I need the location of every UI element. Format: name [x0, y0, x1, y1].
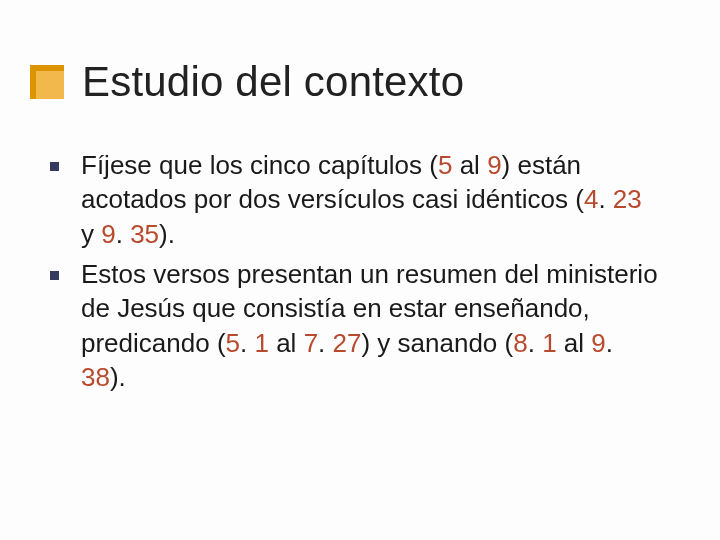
number-run: 9 [101, 219, 115, 249]
bullet-icon [50, 271, 59, 280]
list-item: Estos versos presentan un resumen del mi… [50, 257, 660, 394]
text-run: al [564, 328, 591, 358]
bullet-text: Estos versos presentan un resumen del mi… [81, 257, 660, 394]
number-run: 1 [542, 328, 564, 358]
number-run: 8 [513, 328, 527, 358]
number-run: 7 [304, 328, 318, 358]
bullet-text: Fíjese que los cinco capítulos (5 al 9) … [81, 148, 660, 251]
text-run: . [598, 184, 612, 214]
number-run: 23 [613, 184, 642, 214]
number-run: 5 [226, 328, 240, 358]
text-run: ). [159, 219, 175, 249]
number-run: 1 [254, 328, 276, 358]
text-run: y [81, 219, 101, 249]
bullet-icon [50, 162, 59, 171]
number-run: 9 [591, 328, 605, 358]
accent-square-icon [30, 65, 64, 99]
text-run: . [318, 328, 332, 358]
text-run: ). [110, 362, 126, 392]
text-run: . [606, 328, 613, 358]
slide-body: Fíjese que los cinco capítulos (5 al 9) … [50, 148, 660, 400]
slide-title: Estudio del contexto [82, 58, 464, 106]
slide: Estudio del contexto Fíjese que los cinc… [0, 0, 720, 540]
number-run: 4 [584, 184, 598, 214]
number-run: 35 [130, 219, 159, 249]
number-run: 5 [438, 150, 460, 180]
list-item: Fíjese que los cinco capítulos (5 al 9) … [50, 148, 660, 251]
text-run: Fíjese que los cinco capítulos ( [81, 150, 438, 180]
text-run: al [276, 328, 303, 358]
number-run: 9 [487, 150, 501, 180]
number-run: 27 [333, 328, 362, 358]
text-run: al [460, 150, 487, 180]
text-run: ) y sanando ( [361, 328, 513, 358]
text-run: . [240, 328, 254, 358]
title-row: Estudio del contexto [30, 58, 464, 106]
text-run: . [116, 219, 130, 249]
text-run: . [528, 328, 542, 358]
number-run: 38 [81, 362, 110, 392]
